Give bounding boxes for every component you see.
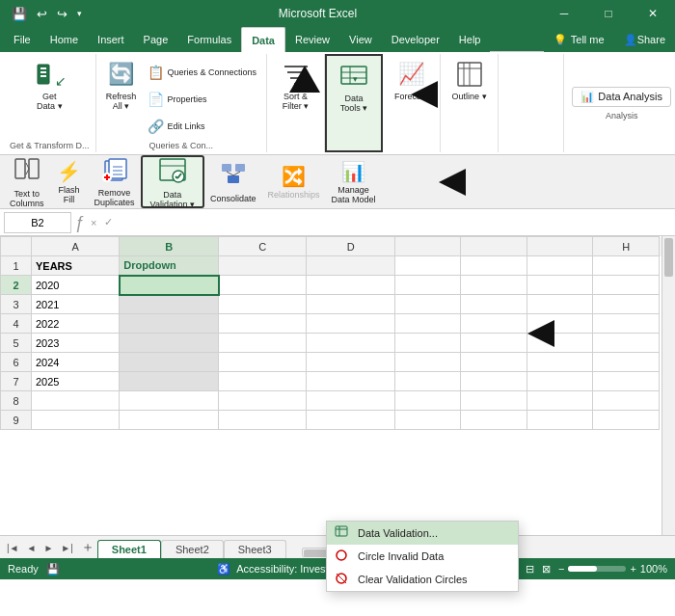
cell-g3[interactable] xyxy=(526,295,593,314)
sheet-tab-2[interactable]: Sheet2 xyxy=(161,540,224,558)
cell-e3[interactable] xyxy=(394,295,461,314)
cell-d2[interactable] xyxy=(307,276,394,295)
cell-f8[interactable] xyxy=(461,391,527,411)
scroll-thumb[interactable] xyxy=(664,238,673,277)
queries-connections-button[interactable]: 📋 Queries & Connections xyxy=(143,60,261,85)
cell-c6[interactable] xyxy=(219,353,307,372)
minimize-button[interactable]: ─ xyxy=(542,0,586,27)
cell-d4[interactable] xyxy=(307,314,394,334)
cell-e9[interactable] xyxy=(394,411,461,430)
cell-h7[interactable] xyxy=(593,372,660,391)
cell-g7[interactable] xyxy=(526,372,593,391)
zoom-slider[interactable] xyxy=(568,566,626,572)
first-sheet-btn[interactable]: |◄ xyxy=(4,541,22,555)
cell-e7[interactable] xyxy=(394,372,461,391)
close-button[interactable]: ✕ xyxy=(631,0,675,27)
consolidate-button[interactable]: Consolidate xyxy=(204,155,262,208)
menu-item-data-validation-dialog[interactable]: Data Validation... xyxy=(327,522,518,545)
tab-page[interactable]: Page xyxy=(134,27,178,52)
tab-review[interactable]: Review xyxy=(285,27,339,52)
cell-f4[interactable] xyxy=(461,314,527,334)
cell-g2[interactable] xyxy=(526,276,593,295)
view-layout-icon[interactable]: ⊟ xyxy=(526,563,534,576)
cell-b2[interactable] xyxy=(120,276,219,295)
redo-button[interactable]: ↪ xyxy=(53,5,71,23)
get-data-button[interactable]: ↙ GetData ▾ xyxy=(30,56,68,114)
view-page-break-icon[interactable]: ⊠ xyxy=(542,563,551,576)
cell-h3[interactable] xyxy=(593,295,660,314)
cell-b6[interactable] xyxy=(120,353,219,372)
tab-data[interactable]: Data xyxy=(241,27,285,52)
formula-input[interactable] xyxy=(119,212,671,233)
cell-d5[interactable] xyxy=(307,334,394,353)
cell-g8[interactable] xyxy=(526,391,593,411)
flash-fill-button[interactable]: ⚡ FlashFill xyxy=(50,155,89,208)
cell-f3[interactable] xyxy=(461,295,527,314)
col-header-a[interactable]: A xyxy=(31,237,119,256)
cell-f6[interactable] xyxy=(461,353,527,372)
cell-f9[interactable] xyxy=(461,411,527,430)
next-sheet-btn[interactable]: ► xyxy=(40,541,56,555)
outline-button[interactable]: Outline ▾ xyxy=(448,56,491,104)
prev-sheet-btn[interactable]: ◄ xyxy=(24,541,40,555)
cell-d9[interactable] xyxy=(307,411,394,430)
qa-dropdown-button[interactable]: ▾ xyxy=(73,7,86,20)
cell-b8[interactable] xyxy=(120,391,219,411)
save-button[interactable]: 💾 xyxy=(8,5,31,23)
cell-g6[interactable] xyxy=(526,353,593,372)
maximize-button[interactable]: □ xyxy=(586,0,631,27)
cell-f5[interactable] xyxy=(461,334,527,353)
tab-formulas[interactable]: Formulas xyxy=(177,27,241,52)
cell-e4[interactable] xyxy=(394,314,461,334)
cell-f2[interactable] xyxy=(461,276,527,295)
col-header-g[interactable] xyxy=(526,237,593,256)
cell-a7[interactable]: 2025 xyxy=(31,372,119,391)
cell-h5[interactable] xyxy=(593,334,660,353)
cell-h8[interactable] xyxy=(593,391,660,411)
cell-e6[interactable] xyxy=(394,353,461,372)
col-header-h[interactable]: H xyxy=(593,237,660,256)
tab-file[interactable]: File xyxy=(4,27,40,52)
text-to-columns-button[interactable]: Text toColumns xyxy=(4,155,50,208)
cell-g1[interactable] xyxy=(526,256,593,276)
cell-c4[interactable] xyxy=(219,314,307,334)
cell-c8[interactable] xyxy=(219,391,307,411)
menu-item-clear-validation[interactable]: Clear Validation Circles xyxy=(327,568,518,591)
cell-b1[interactable]: Dropdown xyxy=(120,256,219,276)
tab-developer[interactable]: Developer xyxy=(382,27,449,52)
col-header-e[interactable] xyxy=(394,237,461,256)
tab-help[interactable]: Help xyxy=(449,27,491,52)
tab-insert[interactable]: Insert xyxy=(88,27,134,52)
cell-b4[interactable] xyxy=(120,314,219,334)
cell-c2[interactable] xyxy=(219,276,307,295)
cell-a6[interactable]: 2024 xyxy=(31,353,119,372)
col-header-f[interactable] xyxy=(461,237,527,256)
cell-reference-input[interactable]: B2 xyxy=(4,212,71,233)
col-header-c[interactable]: C xyxy=(219,237,307,256)
cell-d8[interactable] xyxy=(307,391,394,411)
cell-e5[interactable] xyxy=(394,334,461,353)
cell-h1[interactable] xyxy=(593,256,660,276)
cell-b7[interactable] xyxy=(120,372,219,391)
properties-button[interactable]: 📄 Properties xyxy=(143,87,261,112)
cell-a1[interactable]: YEARS xyxy=(31,256,119,276)
cell-e1[interactable] xyxy=(394,256,461,276)
cell-c5[interactable] xyxy=(219,334,307,353)
cell-h2[interactable] xyxy=(593,276,660,295)
cell-a2[interactable]: 2020 xyxy=(31,276,119,295)
cell-h6[interactable] xyxy=(593,353,660,372)
cell-a3[interactable]: 2021 xyxy=(31,295,119,314)
cell-e2[interactable] xyxy=(394,276,461,295)
share-button[interactable]: 👤 Share xyxy=(614,27,675,52)
tab-home[interactable]: Home xyxy=(40,27,88,52)
cell-b9[interactable] xyxy=(120,411,219,430)
cell-c1[interactable] xyxy=(219,256,307,276)
cell-g9[interactable] xyxy=(526,411,593,430)
cell-b5[interactable] xyxy=(120,334,219,353)
cell-d3[interactable] xyxy=(307,295,394,314)
cell-e8[interactable] xyxy=(394,391,461,411)
cell-c9[interactable] xyxy=(219,411,307,430)
cell-c3[interactable] xyxy=(219,295,307,314)
cell-d6[interactable] xyxy=(307,353,394,372)
cell-a8[interactable] xyxy=(31,391,119,411)
